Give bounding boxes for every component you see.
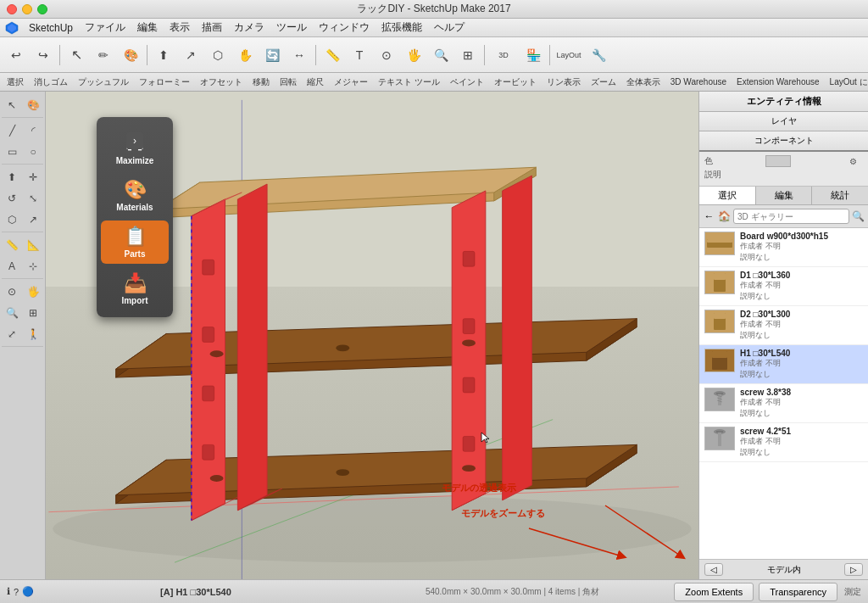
transparency-button[interactable]: Transparency — [759, 583, 837, 601]
svg-marker-18 — [192, 199, 225, 521]
tab-edit[interactable]: 編集 — [756, 187, 813, 204]
app-logo — [5, 21, 19, 35]
svg-point-35 — [336, 469, 349, 476]
import-tool[interactable]: 📥 Import — [101, 267, 169, 310]
svg-rect-22 — [203, 327, 214, 343]
menu-help[interactable]: ヘルプ — [429, 19, 470, 36]
tool-arc[interactable]: ◜ — [23, 120, 43, 141]
move-tool[interactable]: ✋ — [232, 42, 258, 68]
comp-name-d1: D1 □30*L360 — [740, 271, 863, 280]
materials-icon: 🎨 — [124, 179, 147, 201]
menu-camera[interactable]: カメラ — [229, 19, 270, 36]
component-screw2[interactable]: screw 4.2*51 作成者 不明 説明なし — [699, 423, 868, 462]
tool-section-draw: ╱ ◜ ▭ ○ — [2, 119, 43, 165]
component-home-button[interactable]: 🏠 — [718, 208, 731, 225]
component-search-input[interactable] — [733, 209, 849, 224]
extension-warehouse-button[interactable]: 🏪 — [520, 42, 546, 68]
menu-tools[interactable]: ツール — [271, 19, 312, 36]
measure-tool[interactable]: 📏 — [320, 42, 345, 68]
tool-rotate2[interactable]: ↺ — [2, 188, 22, 209]
tab-stats[interactable]: 統計 — [812, 187, 868, 204]
undo-button[interactable]: ↩ — [3, 42, 29, 68]
tool-rect[interactable]: ▭ — [2, 142, 22, 162]
expand-menu-button[interactable]: › — [126, 132, 143, 149]
component-list: Board w900*d300*h15 作成者 不明 説明なし D1 □30*L… — [699, 228, 868, 559]
pushpull-tool[interactable]: ⬆ — [151, 42, 176, 68]
component-screw1[interactable]: screw 3.8*38 作成者 不明 説明なし — [699, 384, 868, 423]
component-d2[interactable]: D2 □30*L300 作成者 不明 説明なし — [699, 306, 868, 345]
tool-circle[interactable]: ○ — [23, 142, 43, 162]
panel-footer-label: モデル内 — [728, 564, 839, 576]
panel-nav-prev[interactable]: ◁ — [704, 563, 723, 576]
toolbar-sep-3 — [315, 45, 316, 65]
label-zoom-extents: 全体表示 — [623, 75, 664, 89]
component-d1[interactable]: D1 □30*L360 作成者 不明 説明なし — [699, 267, 868, 306]
text-tool[interactable]: T — [347, 42, 372, 68]
menu-extensions[interactable]: 拡張機能 — [376, 19, 427, 36]
close-button[interactable] — [7, 4, 17, 14]
menu-view[interactable]: 表示 — [164, 19, 195, 36]
tool-scale2[interactable]: ⤡ — [23, 188, 43, 209]
extensions-manager-button[interactable]: 🔧 — [586, 42, 611, 68]
comp-info-board: Board w900*d300*h15 作成者 不明 説明なし — [740, 232, 863, 263]
paint-tool[interactable]: 🎨 — [118, 42, 143, 68]
tool-pan2[interactable]: 🖐 — [23, 282, 43, 302]
scale-tool[interactable]: ↔ — [287, 42, 312, 68]
fullscreen-button[interactable] — [37, 4, 47, 14]
materials-tool[interactable]: 🎨 Materials — [101, 174, 169, 217]
viewport[interactable]: › ⛶ Maximize 🎨 Materials 📋 Parts 📥 Impor… — [46, 92, 698, 579]
zoom-extents-button[interactable]: Zoom Extents — [674, 583, 754, 601]
menu-window[interactable]: ウィンドウ — [314, 19, 375, 36]
tool-axes[interactable]: ⊹ — [23, 256, 43, 276]
rotate-tool[interactable]: 🔄 — [259, 42, 285, 68]
tool-orbit2[interactable]: ⊙ — [2, 282, 22, 302]
comp-info-screw1: screw 3.8*38 作成者 不明 説明なし — [740, 388, 863, 419]
layout-button[interactable]: LayOut — [554, 42, 584, 68]
comp-author-d2: 作成者 不明 — [740, 319, 863, 330]
zoom-tool[interactable]: 🔍 — [428, 42, 453, 68]
tool-select[interactable]: ↖ — [2, 95, 22, 115]
comp-info-d2: D2 □30*L300 作成者 不明 説明なし — [740, 310, 863, 341]
tool-offset2[interactable]: ⬡ — [2, 209, 22, 230]
component-back-button[interactable]: ← — [703, 208, 715, 225]
color-label: 色 — [704, 155, 713, 167]
tool-paint[interactable]: 🎨 — [23, 95, 43, 115]
tool-tape[interactable]: 📏 — [2, 235, 22, 255]
component-board[interactable]: Board w900*d300*h15 作成者 不明 説明なし — [699, 228, 868, 267]
svg-point-37 — [210, 350, 224, 357]
panel-nav-next[interactable]: ▷ — [844, 563, 863, 576]
status-sub-text: 540.0mm × 30.0mm × 30.0mm | 4 items | 角材 — [426, 587, 599, 596]
orbit-tool[interactable]: ⊙ — [374, 42, 399, 68]
menu-sketchup[interactable]: SketchUp — [24, 20, 78, 36]
tool-move2[interactable]: ✛ — [23, 167, 43, 187]
component-search-button[interactable]: 🔍 — [852, 208, 865, 225]
eraser-tool[interactable]: ✏ — [91, 42, 116, 68]
tool-zoomwindow[interactable]: ⊞ — [23, 303, 43, 323]
menu-draw[interactable]: 描画 — [197, 19, 227, 36]
import-icon: 📥 — [124, 272, 147, 294]
panel-settings-icon[interactable]: ⚙ — [843, 155, 863, 167]
tool-protractor[interactable]: 📐 — [23, 235, 43, 255]
tool-pushpull[interactable]: ⬆ — [2, 167, 22, 187]
redo-button[interactable]: ↪ — [31, 42, 56, 68]
svg-rect-32 — [463, 436, 475, 451]
color-swatch[interactable] — [765, 155, 791, 167]
tool-zoomextents2[interactable]: ⤢ — [2, 324, 22, 344]
tool-text2[interactable]: A — [2, 256, 22, 276]
tool-walk[interactable]: 🚶 — [23, 324, 43, 344]
zoom-extents-tool[interactable]: ⊞ — [455, 42, 481, 68]
tool-zoom2[interactable]: 🔍 — [2, 303, 22, 323]
tool-followme2[interactable]: ↗ — [23, 209, 43, 230]
pan-tool[interactable]: 🖐 — [401, 42, 426, 68]
offset-tool[interactable]: ⬡ — [205, 42, 231, 68]
minimize-button[interactable] — [22, 4, 32, 14]
menu-file[interactable]: ファイル — [80, 19, 131, 36]
3dwarehouse-button[interactable]: 3D — [488, 42, 519, 68]
followme-tool[interactable]: ↗ — [178, 42, 203, 68]
tool-line[interactable]: ╱ — [2, 120, 22, 141]
component-h1[interactable]: H1 □30*L540 作成者 不明 説明なし — [699, 345, 868, 384]
tab-select[interactable]: 選択 — [699, 187, 756, 204]
select-tool[interactable]: ↖ — [64, 42, 89, 68]
parts-tool[interactable]: 📋 Parts — [101, 221, 169, 264]
menu-edit[interactable]: 編集 — [132, 19, 163, 36]
